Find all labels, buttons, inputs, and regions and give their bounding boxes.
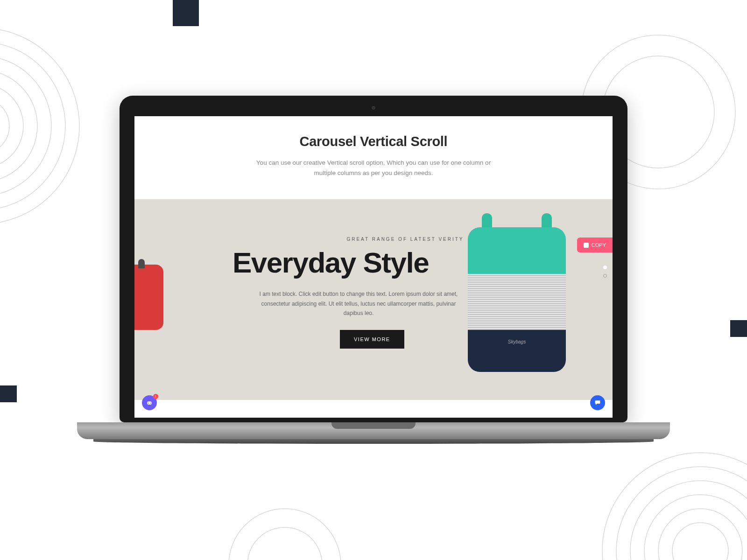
svg-point-2: [0, 70, 37, 182]
svg-point-4: [0, 42, 65, 210]
notification-badge: 1: [153, 394, 158, 399]
svg-point-18: [150, 403, 151, 404]
svg-point-11: [658, 509, 742, 560]
svg-rect-16: [147, 401, 151, 405]
svg-point-5: [0, 28, 79, 224]
decor-square: [173, 0, 199, 26]
laptop-mockup: Carousel Vertical Scroll You can use our…: [120, 96, 627, 444]
svg-point-17: [148, 403, 149, 404]
copy-button[interactable]: COPY: [577, 238, 613, 252]
product-backpack-main: Skybags: [468, 213, 566, 372]
svg-point-1: [0, 84, 23, 168]
product-backpack-side: [134, 265, 163, 330]
svg-point-3: [0, 56, 51, 196]
carousel-dots: [603, 266, 607, 278]
svg-point-9: [229, 509, 341, 560]
screen-content: Carousel Vertical Scroll You can use our…: [134, 116, 613, 418]
bg-circles-bottom-right: [598, 448, 747, 560]
view-more-button[interactable]: VIEW MORE: [340, 330, 404, 349]
svg-point-10: [672, 523, 728, 560]
laptop-foot: [93, 439, 654, 444]
hero-eyebrow: GREAT RANGE OF LATEST VERITY: [326, 237, 485, 242]
svg-point-15: [602, 453, 747, 560]
bg-circles-bottom: [224, 504, 345, 560]
chat-bubble[interactable]: [590, 395, 605, 410]
chat-icon: [594, 399, 601, 406]
svg-point-12: [644, 495, 747, 560]
copy-icon: [584, 243, 589, 248]
carousel-dot[interactable]: [603, 266, 607, 269]
carousel-dot[interactable]: [603, 274, 607, 278]
robot-icon: [146, 399, 153, 406]
laptop-base: [77, 422, 670, 439]
page-title: Carousel Vertical Scroll: [144, 134, 603, 149]
laptop-camera: [372, 106, 375, 110]
decor-square: [730, 320, 747, 337]
copy-label: COPY: [592, 242, 606, 248]
svg-point-8: [247, 527, 322, 560]
bg-circles-top-left: [0, 23, 131, 229]
product-brand-label: Skybags: [508, 339, 526, 344]
decor-square: [0, 385, 17, 402]
assistant-bubble[interactable]: 1: [142, 395, 157, 410]
page-header: Carousel Vertical Scroll You can use our…: [134, 116, 613, 199]
page-subtitle: You can use our creative Vertical scroll…: [247, 158, 500, 178]
svg-point-0: [0, 98, 9, 154]
hero-body: I am text block. Click edit button to ch…: [256, 289, 461, 318]
hero-section: GREAT RANGE OF LATEST VERITY Everyday St…: [134, 199, 613, 400]
